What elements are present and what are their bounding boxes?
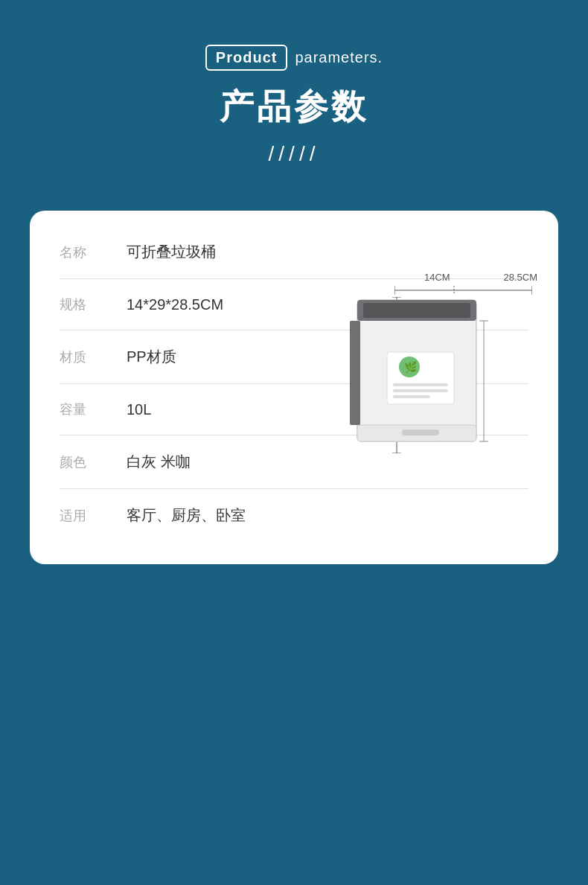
product-card: 名称可折叠垃圾桶规格14*29*28.5CM材质PP材质容量10L颜色白灰 米咖… (30, 211, 558, 564)
product-image-area: 14CM 28.5CM 29CM (335, 270, 543, 486)
param-value: 14*29*28.5CM (127, 296, 223, 313)
param-label: 适用 (60, 507, 104, 525)
param-value: 可折叠垃圾桶 (127, 242, 216, 262)
bin-illustration: 🌿 (350, 293, 491, 459)
svg-rect-11 (402, 429, 439, 435)
param-row: 适用客厅、厨房、卧室 (60, 489, 528, 542)
param-value: 客厅、厨房、卧室 (127, 505, 246, 525)
param-label: 颜色 (60, 453, 104, 471)
svg-rect-18 (393, 395, 430, 398)
slash-decoration: ///// (269, 142, 320, 166)
header-section: Product parameters. 产品参数 ///// (30, 45, 558, 188)
param-label: 名称 (60, 243, 104, 261)
param-label: 规格 (60, 295, 104, 313)
chinese-title: 产品参数 (220, 84, 368, 130)
svg-rect-16 (393, 383, 448, 386)
svg-rect-17 (393, 389, 448, 392)
param-label: 材质 (60, 348, 104, 366)
dim-width-label: 28.5CM (503, 272, 537, 283)
param-value: 白灰 米咖 (127, 452, 191, 472)
svg-rect-12 (350, 321, 360, 425)
product-badge: Product (205, 45, 288, 71)
bin-container: 14CM 28.5CM 29CM (335, 270, 543, 486)
param-value: 10L (127, 401, 151, 418)
svg-rect-9 (363, 303, 470, 318)
param-label: 容量 (60, 400, 104, 418)
svg-text:🌿: 🌿 (404, 361, 418, 374)
dim-depth-label: 14CM (424, 272, 450, 283)
parameters-text: parameters. (295, 49, 383, 66)
title-line: Product parameters. (205, 45, 383, 71)
param-value: PP材质 (127, 347, 176, 367)
